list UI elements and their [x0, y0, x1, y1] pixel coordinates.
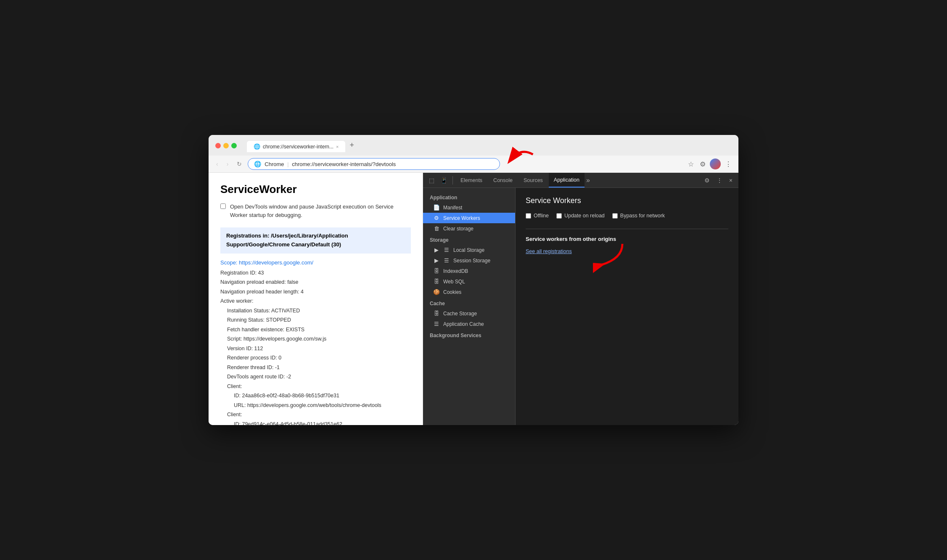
- new-tab-button[interactable]: +: [346, 139, 357, 151]
- page-title: ServiceWorker: [220, 183, 411, 196]
- worker-detail-line: Fetch handler existence: EXISTS: [220, 325, 411, 335]
- traffic-lights: [215, 143, 237, 148]
- bypass-for-network-checkbox[interactable]: [612, 213, 618, 219]
- expand-session-storage-icon: ▶: [433, 257, 440, 264]
- sidebar-session-storage-label: Session Storage: [453, 258, 490, 264]
- service-workers-icon: ⚙: [433, 215, 440, 221]
- worker-detail-line: DevTools agent route ID: -2: [220, 372, 411, 382]
- devtools-body: Application 📄 Manifest ⚙ Service Workers…: [423, 188, 738, 425]
- toolbar-divider: [452, 176, 453, 185]
- main-area: ServiceWorker Open DevTools window and p…: [209, 173, 738, 425]
- devtools-main-panel: Service Workers Offline Update on reload: [516, 188, 738, 425]
- web-sql-icon: 🗄: [433, 278, 440, 285]
- minimize-button[interactable]: [223, 143, 229, 148]
- section-background-services-label: Background Services: [423, 329, 515, 340]
- page-content: ServiceWorker Open DevTools window and p…: [209, 173, 423, 425]
- browser-window: 🌐 chrome://serviceworker-intern... × + ‹…: [209, 135, 738, 425]
- extensions-button[interactable]: ⚙: [698, 158, 707, 170]
- devtools-toolbar: ⬚ 📱 Elements Console Sources Application…: [423, 173, 738, 188]
- tab-elements[interactable]: Elements: [455, 173, 487, 188]
- devtools-settings-button[interactable]: ⚙: [702, 175, 712, 185]
- manifest-icon: 📄: [433, 204, 440, 211]
- close-button[interactable]: [215, 143, 221, 148]
- worker-detail-line: Renderer process ID: 0: [220, 353, 411, 363]
- session-storage-icon: ☰: [443, 257, 450, 264]
- debug-label: Open DevTools window and pause JavaScrip…: [230, 203, 411, 219]
- sidebar-item-indexeddb[interactable]: 🗄 IndexedDB: [423, 266, 515, 276]
- tab-application[interactable]: Application: [549, 173, 585, 188]
- registrations-text: Registrations in: /Users/jec/Library/App…: [226, 232, 348, 248]
- scope-link[interactable]: Scope: https://developers.google.com/: [220, 259, 411, 266]
- tab-console[interactable]: Console: [488, 173, 518, 188]
- offline-checkbox[interactable]: [526, 213, 531, 219]
- bypass-for-network-label: Bypass for network: [620, 213, 665, 219]
- service-worker-checkboxes: Offline Update on reload Bypass for netw…: [526, 213, 728, 219]
- sidebar-item-application-cache[interactable]: ☰ Application Cache: [423, 319, 515, 329]
- sidebar-item-web-sql[interactable]: 🗄 Web SQL: [423, 276, 515, 287]
- chrome-label: Chrome: [265, 161, 284, 167]
- indexeddb-icon: 🗄: [433, 268, 440, 274]
- sidebar-clear-storage-label: Clear storage: [443, 226, 474, 232]
- tab-sources[interactable]: Sources: [518, 173, 548, 188]
- registrations-box: Registrations in: /Users/jec/Library/App…: [220, 227, 411, 254]
- sidebar-item-manifest[interactable]: 📄 Manifest: [423, 202, 515, 213]
- worker-detail-line: URL: https://developers.google.com/web/t…: [220, 401, 411, 410]
- back-button[interactable]: ‹: [214, 159, 221, 169]
- update-on-reload-checkbox-item[interactable]: Update on reload: [556, 213, 605, 219]
- section-application-label: Application: [423, 191, 515, 202]
- debug-checkbox[interactable]: [220, 203, 226, 209]
- sidebar-item-service-workers[interactable]: ⚙ Service Workers: [423, 213, 515, 223]
- device-toggle-button[interactable]: 📱: [438, 175, 450, 185]
- update-on-reload-checkbox[interactable]: [556, 213, 562, 219]
- worker-detail-line: Script: https://developers.google.com/sw…: [220, 334, 411, 344]
- forward-button[interactable]: ›: [224, 159, 231, 169]
- debug-checkbox-row: Open DevTools window and pause JavaScrip…: [220, 203, 411, 219]
- sidebar-manifest-label: Manifest: [443, 205, 462, 211]
- title-bar: 🌐 chrome://serviceworker-intern... × +: [209, 135, 738, 156]
- avatar: [710, 158, 721, 169]
- section-cache-label: Cache: [423, 297, 515, 308]
- worker-detail-line: Navigation preload header length: 4: [220, 287, 411, 297]
- worker-detail-line: Running Status: STOPPED: [220, 315, 411, 325]
- address-globe-icon: 🌐: [254, 161, 261, 167]
- worker-detail-line: ID: 24aa86c8-e0f2-48a0-8b68-9b515df70e31: [220, 391, 411, 401]
- inspect-button[interactable]: ⬚: [426, 175, 437, 185]
- bypass-for-network-checkbox-item[interactable]: Bypass for network: [612, 213, 665, 219]
- expand-local-storage-icon: ▶: [433, 247, 440, 253]
- tab-close-button[interactable]: ×: [336, 144, 339, 149]
- maximize-button[interactable]: [231, 143, 237, 148]
- address-separator: |: [287, 161, 288, 167]
- devtools-more-button[interactable]: ⋮: [714, 175, 725, 185]
- more-tabs-button[interactable]: »: [586, 177, 590, 184]
- worker-detail-line: Client:: [220, 410, 411, 420]
- sidebar-item-cache-storage[interactable]: 🗄 Cache Storage: [423, 308, 515, 319]
- tab-title: chrome://serviceworker-intern...: [263, 144, 333, 150]
- active-tab[interactable]: 🌐 chrome://serviceworker-intern... ×: [247, 141, 345, 152]
- worker-detail-line: Installation Status: ACTIVATED: [220, 306, 411, 316]
- sidebar-indexeddb-label: IndexedDB: [443, 268, 468, 274]
- worker-detail-line: ID: 79ed914c-e064-4d5d-b58e-011add351e62: [220, 420, 411, 425]
- sidebar-item-session-storage[interactable]: ▶ ☰ Session Storage: [423, 255, 515, 266]
- tab-globe-icon: 🌐: [254, 143, 260, 150]
- worker-detail-line: Active worker:: [220, 296, 411, 306]
- menu-button[interactable]: ⋮: [723, 158, 733, 170]
- cookies-icon: 🍪: [433, 289, 440, 295]
- bookmark-button[interactable]: ☆: [686, 158, 696, 170]
- sidebar-item-clear-storage[interactable]: 🗑 Clear storage: [423, 223, 515, 234]
- see-all-registrations-link[interactable]: See all registrations: [526, 248, 572, 254]
- sidebar-service-workers-label: Service Workers: [443, 215, 480, 221]
- worker-detail-line: Version ID: 112: [220, 344, 411, 354]
- offline-checkbox-item[interactable]: Offline: [526, 213, 549, 219]
- address-url-text: chrome://serviceworker-internals/?devtoo…: [292, 161, 396, 167]
- worker-detail-line: Client:: [220, 382, 411, 391]
- devtools-sidebar: Application 📄 Manifest ⚙ Service Workers…: [423, 188, 516, 425]
- devtools-close-button[interactable]: ×: [727, 175, 735, 185]
- address-bar[interactable]: 🌐 Chrome | chrome://serviceworker-intern…: [248, 158, 500, 170]
- sidebar-cookies-label: Cookies: [443, 289, 461, 295]
- reload-button[interactable]: ↻: [234, 159, 244, 169]
- sidebar-local-storage-label: Local Storage: [453, 247, 484, 253]
- sidebar-application-cache-label: Application Cache: [443, 321, 484, 327]
- sidebar-item-cookies[interactable]: 🍪 Cookies: [423, 287, 515, 297]
- sidebar-item-local-storage[interactable]: ▶ ☰ Local Storage: [423, 245, 515, 255]
- cache-storage-icon: 🗄: [433, 310, 440, 317]
